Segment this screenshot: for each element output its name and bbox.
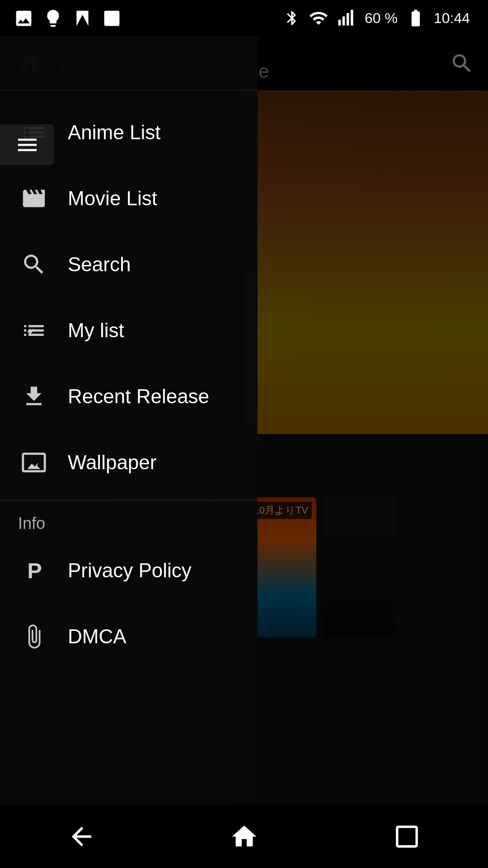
info-section-label: Info: [0, 505, 258, 538]
checklist-icon: [18, 315, 50, 346]
search-label: Search: [68, 253, 131, 276]
drawer-item-search[interactable]: Search: [0, 231, 258, 297]
bulb-icon: [43, 8, 63, 28]
drawer-item-wallpaper[interactable]: Wallpaper: [0, 429, 258, 495]
paperclip-icon: [18, 621, 50, 652]
battery-percent: 60 %: [365, 10, 398, 27]
drawer-divider: [0, 500, 258, 500]
svg-rect-2: [343, 16, 345, 25]
bluetooth-icon: [283, 9, 300, 27]
my-list-label: My list: [68, 319, 124, 342]
status-bar-left-icons: [14, 8, 122, 28]
anime-list-label: Anime List: [68, 121, 160, 144]
n-icon: [72, 8, 93, 28]
bottom-nav: [0, 805, 488, 868]
drawer-item-my-list[interactable]: My list: [0, 297, 258, 363]
film-icon: [18, 183, 50, 214]
dmca-label: DMCA: [68, 625, 127, 648]
square-icon: [102, 8, 122, 28]
download-icon: [18, 381, 50, 412]
image-icon: [18, 447, 50, 478]
privacy-icon: P: [18, 555, 50, 586]
drawer-item-movie-list[interactable]: Movie List: [0, 165, 258, 231]
movie-list-label: Movie List: [68, 187, 157, 210]
svg-rect-1: [338, 20, 341, 26]
signal-icon: [337, 8, 357, 28]
drawer-item-privacy[interactable]: P Privacy Policy: [0, 538, 258, 604]
clock: 10:44: [434, 10, 470, 27]
status-bar-right-icons: 60 % 10:44: [283, 8, 470, 28]
recents-button[interactable]: [380, 809, 434, 863]
drawer-item-dmca[interactable]: DMCA: [0, 604, 258, 670]
svg-text:P: P: [28, 558, 42, 583]
drawer-item-recent-release[interactable]: Recent Release: [0, 363, 258, 429]
svg-rect-0: [104, 10, 120, 26]
wallpaper-label: Wallpaper: [68, 451, 156, 474]
status-bar: 60 % 10:44: [0, 0, 488, 36]
privacy-label: Privacy Policy: [68, 559, 192, 582]
app-container: Home Recent Release ACCA... Recent Relea…: [0, 36, 488, 868]
photo-icon: [14, 8, 34, 28]
search-icon: [18, 249, 50, 280]
svg-rect-3: [347, 13, 349, 26]
drawer-header: [0, 36, 258, 90]
battery-icon: [406, 8, 426, 28]
wifi-icon: [309, 8, 328, 28]
menu-toggle[interactable]: [0, 124, 54, 165]
back-button[interactable]: [54, 809, 108, 863]
home-button[interactable]: [217, 809, 271, 863]
recent-release-label: Recent Release: [68, 385, 209, 408]
svg-rect-4: [351, 10, 353, 26]
